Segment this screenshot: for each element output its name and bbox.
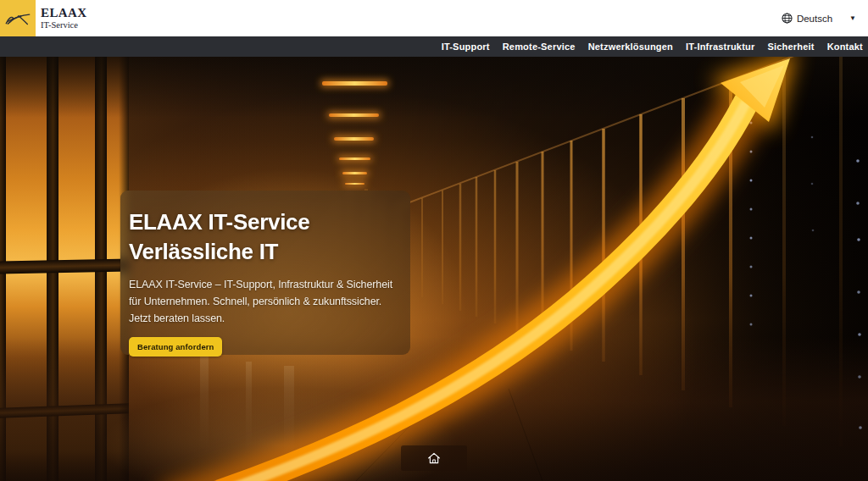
- logo-text: ELAAX IT-Service: [41, 7, 87, 30]
- window-wall: [0, 57, 129, 481]
- page: ELAAX IT-Service Deutsch ▼ IT-Support Re…: [0, 0, 868, 481]
- language-selector[interactable]: Deutsch ▼: [782, 13, 856, 24]
- hero-card: ELAAX IT-Service Verlässliche IT ELAAX I…: [120, 191, 410, 355]
- chevron-down-icon[interactable]: ▼: [849, 14, 856, 22]
- hero-title: ELAAX IT-Service Verlässliche IT: [129, 207, 398, 267]
- cta-button[interactable]: Beratung anfordern: [129, 337, 222, 357]
- nav-item-remote-service[interactable]: Remote-Service: [503, 41, 576, 52]
- nav-item-netzwerkloesungen[interactable]: Netzwerklösungen: [588, 41, 673, 52]
- home-button[interactable]: [401, 445, 467, 471]
- home-icon: [426, 451, 442, 466]
- hero-description: ELAAX IT-Service – IT-Support, Infrastru…: [129, 276, 404, 327]
- server-rack-shadow: [673, 57, 868, 481]
- nav-item-kontakt[interactable]: Kontakt: [827, 41, 863, 52]
- globe-icon: [782, 13, 793, 24]
- language-label: Deutsch: [797, 14, 832, 24]
- site-header: ELAAX IT-Service Deutsch ▼: [0, 0, 868, 36]
- signature-icon: [0, 0, 36, 36]
- brand-name: ELAAX: [41, 7, 87, 19]
- brand-subtitle: IT-Service: [41, 21, 87, 30]
- hero-section: ELAAX IT-Service Verlässliche IT ELAAX I…: [0, 57, 868, 481]
- nav-item-it-infrastruktur[interactable]: IT-Infrastruktur: [686, 41, 754, 52]
- main-nav: IT-Support Remote-Service Netzwerklösung…: [0, 36, 868, 57]
- hero-title-line2: Verlässliche IT: [129, 239, 278, 264]
- nav-item-sicherheit[interactable]: Sicherheit: [767, 41, 814, 52]
- hero-title-line1: ELAAX IT-Service: [129, 209, 309, 235]
- logo[interactable]: ELAAX IT-Service: [0, 0, 87, 36]
- nav-item-it-support[interactable]: IT-Support: [442, 41, 490, 52]
